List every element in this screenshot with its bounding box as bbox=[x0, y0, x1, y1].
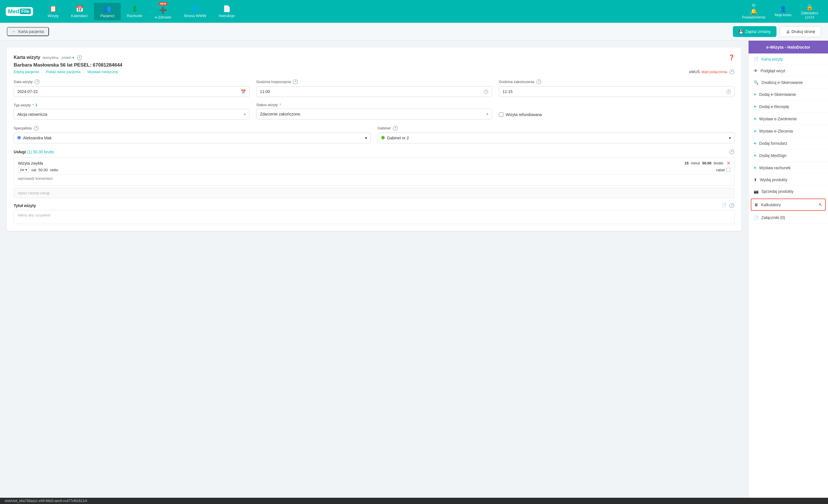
sidebar-item-dodaj-ecepte[interactable]: + Dodaj e-Receptę bbox=[749, 101, 828, 113]
type-select[interactable]: Akcja ratownicza ▾ bbox=[14, 109, 249, 120]
ewizyta-button[interactable]: e-Wizyta - HaloDoctor bbox=[749, 41, 828, 53]
sidebar-label-ecepte: Dodaj e-Receptę bbox=[759, 104, 789, 109]
remove-service-icon[interactable]: ✕ bbox=[727, 161, 730, 166]
end-clock-icon[interactable]: 🕐 bbox=[536, 79, 542, 85]
end-time-icon: 🕐 bbox=[726, 89, 731, 94]
breadcrumb-bar: ← Karta pacjenta 💾 Zapisz zmiany 🖨 Druku… bbox=[0, 23, 828, 41]
change-link[interactable]: ▾ bbox=[72, 55, 74, 60]
gabinet-clock-icon[interactable]: 🕐 bbox=[392, 126, 398, 131]
top-nav: Med File 📋 Wizyty 📅 Kalendarz 👥 Pacjenci… bbox=[0, 0, 828, 23]
sidebar-item-wydaj-produkty[interactable]: ⬆ Wydaj produkty bbox=[749, 174, 828, 186]
end-input[interactable]: 11:15 🕐 bbox=[499, 86, 735, 97]
nav-zabezpiecz[interactable]: 🔒 Zabezpiecz 119:53 bbox=[797, 1, 822, 21]
nav-label-wizyty: Wizyty bbox=[48, 14, 59, 18]
patient-name: Barbara Masłowska 56 lat PESEL: 67081284… bbox=[14, 62, 735, 68]
show-patient-link[interactable]: Pokaż dane pacjenta bbox=[46, 70, 80, 74]
sidebar-label-medsign: Dodaj MedSign bbox=[759, 153, 786, 158]
help-icon[interactable]: ❓ bbox=[728, 54, 735, 60]
date-clock-icon[interactable]: 🕐 bbox=[34, 79, 40, 85]
card-header: Karta wizyty domyślna · zmień ▾ 🕐 ❓ bbox=[14, 54, 735, 60]
date-input[interactable]: 2024-07-22 📅 bbox=[14, 86, 249, 97]
nav-item-instrukcje[interactable]: 📄 Instrukcje bbox=[212, 3, 241, 20]
refunded-checkbox[interactable] bbox=[499, 112, 503, 117]
uslugi-clock-icon[interactable]: 🕐 bbox=[729, 149, 735, 154]
nav-item-pacjenci[interactable]: 👥 Pacjenci bbox=[94, 3, 120, 20]
medical-interview-link[interactable]: Wywiad medyczny bbox=[87, 70, 118, 74]
bell-icon: 🔔 bbox=[750, 8, 757, 15]
nav-powiadomienia[interactable]: 42 🔔 Powiadomienia bbox=[738, 1, 769, 21]
history-clock-icon[interactable]: 🕐 bbox=[77, 55, 82, 60]
uslugi-header: Usługi (1) 50.00 brutto 🕐 bbox=[14, 149, 735, 154]
plus-icon-eskierowanie: + bbox=[754, 92, 756, 97]
vat-select[interactable]: zw ▾ bbox=[18, 167, 29, 173]
back-button[interactable]: ← Karta pacjenta bbox=[7, 27, 49, 36]
print-button[interactable]: 🖨 Drukuj stronę bbox=[780, 26, 821, 37]
gabinet-value: Gabinet nr 2 bbox=[387, 136, 409, 140]
start-label: Godzina rozpoczęcia 🕐 bbox=[256, 79, 492, 85]
logo[interactable]: Med File bbox=[6, 7, 33, 16]
ewus-clock-icon[interactable]: 🕐 bbox=[729, 69, 735, 75]
type-chevron-icon: ▾ bbox=[244, 112, 246, 117]
nav-moje-konto[interactable]: 👤 Moje konto bbox=[771, 3, 795, 19]
specialist-clock-icon[interactable]: 🕐 bbox=[33, 126, 39, 131]
save-label: Zapisz zmiany bbox=[745, 29, 771, 34]
plus-icon-ecepte: + bbox=[754, 104, 756, 109]
print-icon: 🖨 bbox=[786, 29, 790, 34]
gabinet-select[interactable]: Gabinet nr 2 ▾ bbox=[378, 133, 735, 143]
tytul-input[interactable]: kliknij aby uzupełnić bbox=[14, 210, 735, 224]
nav-item-ezdrowie[interactable]: NEW ➕ e-Zdrowie bbox=[149, 1, 178, 21]
tytul-header: Tytuł wizyty 📄 🕐 bbox=[14, 203, 735, 208]
sidebar-item-wystaw-ezlecenia[interactable]: + Wystaw e-Zlecenia bbox=[749, 125, 828, 137]
plus-icon-ezlecenia: + bbox=[754, 129, 756, 134]
sidebar-item-dodaj-medsign[interactable]: + Dodaj MedSign bbox=[749, 150, 828, 162]
gabinet-chevron-icon: ▾ bbox=[729, 136, 731, 140]
tytul-clock-icon[interactable]: 🕐 bbox=[729, 203, 735, 208]
start-clock-icon[interactable]: 🕐 bbox=[292, 79, 298, 85]
nav-items: 📋 Wizyty 📅 Kalendarz 👥 Pacjenci 💲 Rachun… bbox=[42, 1, 736, 21]
sidebar-item-dodaj-formularz[interactable]: + Dodaj formularz bbox=[749, 137, 828, 150]
tytul-placeholder: kliknij aby uzupełnić bbox=[18, 213, 51, 217]
status-chevron-icon: ▾ bbox=[486, 112, 488, 116]
date-group: Data wizyty 🕐 2024-07-22 📅 bbox=[14, 79, 249, 97]
edit-patient-link[interactable]: Edytuj pacjenta bbox=[14, 70, 39, 74]
save-button[interactable]: 💾 Zapisz zmiany bbox=[733, 26, 776, 37]
gabinet-dot bbox=[381, 136, 385, 139]
specialist-group: Specjalista 🕐 Aleksandra Mak ▾ bbox=[14, 126, 371, 143]
refunded-label[interactable]: Wizyta refundowana bbox=[499, 112, 735, 117]
sidebar-item-podglad-wizyt[interactable]: 👁 Podgląd wizyt bbox=[749, 65, 828, 77]
type-info-icon[interactable]: ℹ bbox=[36, 103, 37, 107]
service-comment-input[interactable] bbox=[18, 174, 730, 182]
nav-item-rachunki[interactable]: 💲 Rachunki bbox=[121, 3, 149, 20]
sidebar-item-karta-wizyty[interactable]: 📄 Karta wizyty bbox=[749, 53, 828, 65]
card-title: Karta wizyty domyślna · zmień ▾ 🕐 bbox=[14, 55, 82, 60]
status-select[interactable]: Zdarzenie zakończone. ▾ bbox=[256, 109, 492, 120]
datetime-row: Data wizyty 🕐 2024-07-22 📅 Godzina rozpo… bbox=[14, 79, 735, 97]
calculator-icon: 🖩 bbox=[754, 202, 758, 207]
nav-label-instrukcje: Instrukcje bbox=[219, 14, 235, 18]
nav-item-strona-www[interactable]: 🌐 Strona WWW bbox=[178, 3, 213, 20]
action-buttons: 💾 Zapisz zmiany 🖨 Drukuj stronę bbox=[733, 26, 821, 37]
start-input[interactable]: 11:00 🕐 bbox=[256, 86, 492, 97]
rabat-checkbox[interactable] bbox=[727, 168, 730, 172]
camera-icon: 📷 bbox=[754, 189, 758, 194]
sidebar-item-sprzedaj-produkty[interactable]: 📷 Sprzedaj produkty bbox=[749, 186, 828, 197]
sidebar-item-dodaj-eskierowanie[interactable]: + Dodaj e-Skierowanie bbox=[749, 88, 828, 101]
upload-icon: ⬆ bbox=[754, 178, 757, 182]
sidebar-item-kalkulatory[interactable]: 🖩 Kalkulatory ↖ bbox=[751, 198, 826, 211]
start-time-group: Godzina rozpoczęcia 🕐 11:00 🕐 bbox=[256, 79, 492, 97]
type-value: Akcja ratownicza bbox=[17, 112, 47, 117]
sidebar-item-zrealizuj-eskierowanie[interactable]: 🔍 Zrealizuj e-Skierowanie bbox=[749, 77, 828, 88]
security-time: 119:53 bbox=[805, 16, 814, 19]
card-title-text: Karta wizyty bbox=[14, 55, 40, 60]
new-badge: NEW bbox=[159, 2, 167, 5]
nav-label-rachunki: Rachunki bbox=[127, 14, 142, 18]
user-icon: 👤 bbox=[780, 6, 787, 12]
sidebar-item-zalaczniki[interactable]: 📄 Załączniki (0) bbox=[749, 212, 828, 224]
add-service-input[interactable]: wpisz nazwę usługi bbox=[14, 188, 735, 198]
nav-item-kalendarz[interactable]: 📅 Kalendarz bbox=[65, 3, 94, 20]
sidebar-item-wystaw-rachunek[interactable]: + Wystaw rachunek bbox=[749, 162, 828, 174]
nav-item-wizyty[interactable]: 📋 Wizyty bbox=[42, 3, 65, 20]
specialist-select[interactable]: Aleksandra Mak ▾ bbox=[14, 133, 371, 143]
sidebar-item-wystaw-ezwolnienie[interactable]: + Wystaw e-Zwolnienie bbox=[749, 113, 828, 125]
attachment-doc-icon: 📄 bbox=[754, 215, 758, 220]
